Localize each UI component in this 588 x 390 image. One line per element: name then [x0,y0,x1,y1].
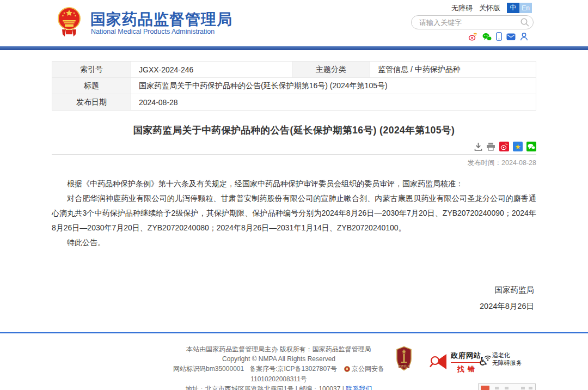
meta-value-date: 2024-08-28 [131,94,536,111]
table-row: 索引号 JGXX-2024-246 主题分类 监管信息 / 中药保护品种 [52,62,536,78]
accessibility-service-label: 无障碍服务 [492,359,522,367]
article-toolbar: ★ [52,142,536,151]
elderly-label: 适老化 [492,352,522,359]
police-badge-icon [344,366,350,372]
toolbar-item [505,387,509,389]
meta-value-title: 国家药监局关于中药保护品种的公告(延长保护期第16号) (2024年第105号) [131,78,536,94]
header-divider-band [0,46,588,50]
header-utility-links: 无障碍 关怀版 中 En [451,3,532,13]
article-body: 根据《中药品种保护条例》第十六条及有关规定，经国家中药品种保护审评委员会组织的委… [52,176,536,250]
share-qzone-icon[interactable]: ★ [513,142,523,151]
star-glyph: ★ [514,143,521,150]
signature-date: 2024年8月26日 [52,301,534,312]
party-gov-badge-icon[interactable]: 党政机关 [396,346,412,373]
footer-icp: 备案序号:京ICP备13027807号 [249,365,337,373]
footer-copyright: Copyright © NMPA All Rights Reserved [162,354,396,364]
meta-value-index: JGXX-2024-246 [131,62,292,78]
publish-time-value: 2024-08-28 [501,159,536,167]
footer-address: 地址：北京市西城区展览路北露园1号 [186,385,294,390]
toolbar-item [521,387,525,389]
national-emblem-icon [58,6,81,39]
main-content: 索引号 JGXX-2024-246 主题分类 监管信息 / 中药保护品种 标题 … [52,50,536,312]
table-row: 标题 国家药监局关于中药保护品种的公告(延长保护期第16号) (2024年第10… [52,78,536,94]
contact-us-link[interactable]: 联系我们 [346,385,372,390]
wifi-arcs-icon [483,351,492,363]
footer-text-block: 本站由国家药品监督管理局主办 版权所有：国家药品监督管理局 Copyright … [162,344,396,390]
footer-address-line: 地址：北京市西城区展览路北露园1号 | 邮编：100037 | 联系我们 [162,384,396,390]
publish-time: 发布时间：2024-08-28 [52,159,536,168]
wechat-icon[interactable] [482,33,492,41]
footer-site-code: 网站标识码bm35000001 [173,365,244,373]
gov-finder-text: 政府网站 找错 [451,351,481,374]
accessibility-service-widget[interactable]: ♿ 适老化 无障碍服务 [478,352,522,368]
nmpa-emblem-logo [58,6,81,39]
site-header: 国家药品监督管理局 National Medical Products Admi… [0,0,588,46]
footer-host-line: 本站由国家药品监督管理局主办 版权所有：国家药品监督管理局 [162,344,396,354]
accessibility-icon: ♿ [478,356,489,368]
share-wechat-icon[interactable] [526,142,536,151]
toolbar-item [529,387,532,389]
gov-finder-icon [428,353,448,373]
gov-finder-underline [451,362,481,363]
mail-icon[interactable] [506,33,516,40]
meta-label-index: 索引号 [52,62,131,78]
toolbar-item [495,387,499,389]
footer-postcode: 邮编：100037 [299,385,340,390]
site-name-en: National Medical Products Administration [91,28,215,35]
accessibility-link[interactable]: 无障碍 [451,3,473,13]
weibo-icon[interactable] [468,32,478,41]
article-paragraph: 根据《中药品种保护条例》第十六条及有关规定，经国家中药品种保护审评委员会组织的委… [52,176,536,191]
search-box [411,15,534,29]
footer-registration-line: 网站标识码bm35000001备案序号:京ICP备13027807号京公网安备1… [162,364,396,383]
accessibility-text: 适老化 无障碍服务 [492,352,522,368]
signature-org: 国家药监局 [52,285,534,295]
toolbar-red-icon [481,386,489,390]
article-paragraph: 特此公告。 [52,235,536,250]
svg-text:党政机关: 党政机关 [398,364,410,368]
meta-label-date: 发布日期 [52,94,131,111]
print-icon[interactable] [486,142,495,151]
lang-zh-button[interactable]: 中 [507,3,519,13]
article-title: 国家药监局关于中药保护品种的公告(延长保护期第16号) (2024年第105号) [52,124,536,137]
meta-value-topic: 监管信息 / 中药保护品种 [370,62,536,78]
search-icon[interactable] [520,17,533,28]
article-signature: 国家药监局 2024年8月26日 [52,285,536,312]
table-row: 发布日期 2024-08-28 [52,94,536,111]
mobile-icon[interactable] [496,32,502,41]
lang-en-button[interactable]: En [519,3,532,13]
floating-toolbar-cutoff[interactable] [478,383,536,390]
language-toggle: 中 En [507,3,532,13]
search-input[interactable] [412,19,520,27]
find-error-label: 找错 [454,364,478,374]
nmpa-announcement-page: 国家药品监督管理局 National Medical Products Admi… [0,0,588,390]
download-icon[interactable] [474,142,482,151]
site-name-zh: 国家药品监督管理局 [90,9,232,30]
gov-site-find-error-widget[interactable]: 政府网站 找错 [428,351,481,374]
footer-divider-pipe: | [296,385,297,390]
title-divider [52,154,536,155]
care-version-link[interactable]: 关怀版 [479,3,500,13]
footer-divider [0,332,588,333]
share-weibo-icon[interactable] [499,142,509,151]
meta-label-title: 标题 [52,78,131,94]
gov-site-label: 政府网站 [451,351,481,361]
user-icon[interactable] [520,32,528,41]
meta-label-topic: 主题分类 [292,62,370,78]
social-icon-row [468,32,528,41]
document-meta-table: 索引号 JGXX-2024-246 主题分类 监管信息 / 中药保护品种 标题 … [52,61,536,111]
article-paragraph: 对合肥华润神鹿药业有限公司的儿泻停颗粒、甘肃普安制药股份有限公司的宣肺止嗽合剂、… [52,191,536,235]
publish-time-label: 发布时间： [468,159,502,167]
footer-divider-pipe: | [342,385,344,390]
